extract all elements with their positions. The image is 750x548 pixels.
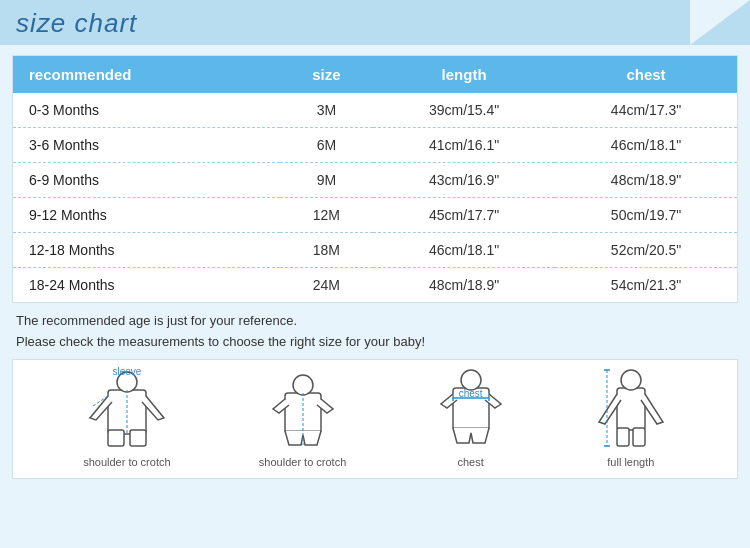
table-cell-recommended: 3-6 Months xyxy=(13,128,280,163)
table-cell-size: 3M xyxy=(280,93,373,128)
table-cell-chest: 52cm/20.5" xyxy=(555,233,737,268)
table-cell-chest: 46cm/18.1" xyxy=(555,128,737,163)
table-row: 9-12 Months12M45cm/17.7"50cm/19.7" xyxy=(13,198,737,233)
table-row: 6-9 Months9M43cm/16.9"48cm/18.9" xyxy=(13,163,737,198)
table-cell-size: 6M xyxy=(280,128,373,163)
page-title: size chart xyxy=(16,8,137,39)
diagram-area: sleeve xyxy=(12,359,738,479)
figure-3: chest chest xyxy=(435,368,507,468)
note-line-2: Please check the measurements to choose … xyxy=(16,332,738,353)
table-cell-chest: 50cm/19.7" xyxy=(555,198,737,233)
figure-4: full length xyxy=(595,368,667,468)
col-header-recommended: recommended xyxy=(13,56,280,93)
svg-rect-3 xyxy=(130,430,146,446)
table-cell-length: 48cm/18.9" xyxy=(373,268,555,303)
col-header-size: size xyxy=(280,56,373,93)
fig-4-label: full length xyxy=(607,456,654,468)
table-cell-length: 41cm/16.1" xyxy=(373,128,555,163)
table-cell-recommended: 0-3 Months xyxy=(13,93,280,128)
figure-4-svg xyxy=(595,368,667,448)
title-area: size chart xyxy=(0,0,750,45)
table-cell-recommended: 6-9 Months xyxy=(13,163,280,198)
table-row: 3-6 Months6M41cm/16.1"46cm/18.1" xyxy=(13,128,737,163)
fig-3-label-top: chest xyxy=(459,388,483,399)
svg-point-7 xyxy=(293,375,313,395)
page-wrapper: size chart recommended size length chest… xyxy=(0,0,750,548)
table-cell-length: 46cm/18.1" xyxy=(373,233,555,268)
size-chart-table: recommended size length chest 0-3 Months… xyxy=(13,56,737,302)
svg-rect-18 xyxy=(617,428,629,446)
fig-3-label: chest xyxy=(457,456,483,468)
table-row: 12-18 Months18M46cm/18.1"52cm/20.5" xyxy=(13,233,737,268)
svg-point-17 xyxy=(621,370,641,390)
svg-rect-16 xyxy=(617,388,645,430)
table-cell-recommended: 9-12 Months xyxy=(13,198,280,233)
fig-1-label: shoulder to crotch xyxy=(83,456,170,468)
table-cell-chest: 48cm/18.9" xyxy=(555,163,737,198)
table-cell-size: 12M xyxy=(280,198,373,233)
table-cell-size: 24M xyxy=(280,268,373,303)
col-header-chest: chest xyxy=(555,56,737,93)
fig-2-label: shoulder to crotch xyxy=(259,456,346,468)
svg-rect-19 xyxy=(633,428,645,446)
figure-1-svg xyxy=(88,368,166,448)
figure-1: sleeve xyxy=(83,368,170,468)
table-cell-size: 18M xyxy=(280,233,373,268)
table-cell-length: 45cm/17.7" xyxy=(373,198,555,233)
figure-2: shoulder to crotch xyxy=(259,365,346,468)
note-area: The recommended age is just for your ref… xyxy=(12,311,738,353)
col-header-length: length xyxy=(373,56,555,93)
table-row: 18-24 Months24M48cm/18.9"54cm/21.3" xyxy=(13,268,737,303)
fig-1-label-top: sleeve xyxy=(112,366,141,377)
table-cell-recommended: 18-24 Months xyxy=(13,268,280,303)
table-row: 0-3 Months3M39cm/15.4"44cm/17.3" xyxy=(13,93,737,128)
size-chart-table-container: recommended size length chest 0-3 Months… xyxy=(12,55,738,303)
table-cell-length: 39cm/15.4" xyxy=(373,93,555,128)
table-cell-size: 9M xyxy=(280,163,373,198)
table-header-row: recommended size length chest xyxy=(13,56,737,93)
table-cell-chest: 54cm/21.3" xyxy=(555,268,737,303)
svg-point-11 xyxy=(461,370,481,390)
figure-3-svg xyxy=(435,368,507,448)
diagram-figures: sleeve xyxy=(29,372,721,468)
table-cell-chest: 44cm/17.3" xyxy=(555,93,737,128)
table-cell-recommended: 12-18 Months xyxy=(13,233,280,268)
figure-2-svg xyxy=(267,373,339,448)
svg-rect-2 xyxy=(108,430,124,446)
note-line-1: The recommended age is just for your ref… xyxy=(16,311,738,332)
table-cell-length: 43cm/16.9" xyxy=(373,163,555,198)
